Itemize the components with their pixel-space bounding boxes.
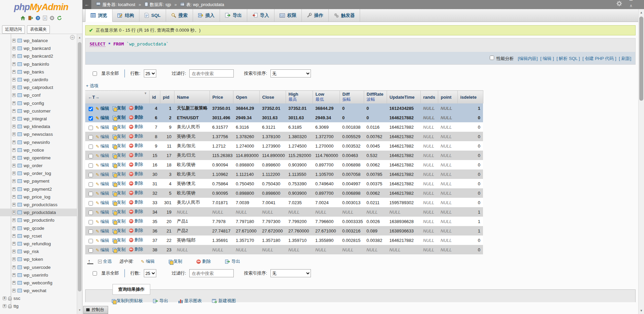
row-checkbox[interactable] — [89, 163, 93, 168]
main-scroll-thumb[interactable] — [639, 17, 643, 101]
display-chart-link[interactable]: 显示图表 — [178, 298, 202, 304]
hide-navigation-arrow[interactable]: ← — [83, 0, 91, 9]
tree-table-wp_usercode[interactable]: wp_usercode — [0, 263, 77, 271]
row-delete-link[interactable]: 删除 — [129, 105, 143, 111]
tree-table-wp_qcode[interactable]: wp_qcode — [0, 224, 77, 232]
row-checkbox[interactable] — [89, 248, 93, 253]
scroll-up-icon[interactable]: ▲ — [639, 10, 644, 15]
row-delete-link[interactable]: 删除 — [129, 143, 143, 149]
tree-table-wp_bankcard2[interactable]: wp_bankcard2 — [0, 52, 77, 60]
row-checkbox[interactable] — [89, 154, 93, 158]
tree-table-wp_opentime[interactable]: wp_opentime — [0, 154, 77, 162]
expand-plus-icon[interactable] — [12, 109, 16, 113]
row-copy-link[interactable]: 复制 — [112, 124, 126, 130]
row-delete-link[interactable]: 删除 — [129, 114, 143, 120]
expand-plus-icon[interactable] — [12, 156, 16, 160]
row-checkbox[interactable] — [89, 173, 93, 177]
home-icon[interactable] — [20, 15, 26, 21]
expand-plus-icon[interactable] — [12, 218, 16, 222]
expand-plus-icon[interactable] — [12, 226, 16, 230]
tab-import[interactable]: 导入 — [247, 9, 275, 22]
row-delete-link[interactable]: 删除 — [129, 171, 143, 177]
tree-table-wp_newsclass[interactable]: wp_newsclass — [0, 130, 77, 138]
row-edit-link[interactable]: ✎编辑 — [96, 171, 109, 178]
refresh-link[interactable]: [ 刷新] — [619, 56, 631, 61]
row-delete-link[interactable]: 删除 — [129, 246, 143, 252]
expand-plus-icon[interactable] — [12, 250, 16, 253]
row-copy-link[interactable]: 复制 — [112, 181, 126, 187]
expand-plus-icon[interactable] — [12, 171, 16, 175]
tree-table-wp_customer[interactable]: wp_customer — [0, 107, 77, 115]
expand-plus-icon[interactable] — [3, 296, 6, 300]
tree-table-wp_webconfig[interactable]: wp_webconfig — [0, 279, 77, 287]
col-header-point[interactable]: point — [438, 91, 457, 104]
scroll-down-icon[interactable]: ▼ — [639, 308, 644, 313]
row-copy-link[interactable]: 复制 — [112, 171, 126, 177]
row-copy-link[interactable]: 复制 — [112, 190, 126, 196]
row-copy-link[interactable]: 复制 — [112, 247, 126, 253]
column-options-header[interactable]: ←T→▼ — [85, 91, 149, 104]
favorite-tables-button[interactable]: 表收藏夹 — [27, 25, 50, 34]
row-checkbox[interactable] — [89, 220, 93, 224]
sidebar-scrollbar[interactable]: ▲ ▼ — [77, 34, 82, 314]
bulk-edit-link[interactable]: ✎编辑 — [141, 258, 155, 264]
row-delete-link[interactable]: 删除 — [129, 190, 143, 196]
tree-table-wp_notice[interactable]: wp_notice — [0, 146, 77, 154]
row-delete-link[interactable]: 删除 — [129, 180, 143, 186]
row-delete-link[interactable]: 删除 — [129, 161, 143, 167]
col-header-diffrate[interactable]: DiffRate波幅 — [364, 91, 387, 104]
sort-arrow-icon[interactable]: ▼ — [144, 92, 147, 95]
tree-table-wp_rcset[interactable]: wp_rcset — [0, 232, 77, 240]
tree-table-wp_payment2[interactable]: wp_payment2 — [0, 185, 77, 193]
row-checkbox[interactable] — [89, 182, 93, 187]
tree-table-wp_price_log[interactable]: wp_price_log — [0, 193, 77, 201]
row-checkbox[interactable] — [89, 126, 93, 130]
row-checkbox[interactable] — [89, 116, 93, 121]
bulk-export-link[interactable]: 导出 — [225, 258, 240, 264]
check-all-link[interactable]: 全选 — [98, 258, 112, 264]
tree-table-wp_config[interactable]: wp_config — [0, 99, 77, 107]
tree-table-wp_order[interactable]: wp_order — [0, 162, 77, 169]
tree-table-wp_cardinfo[interactable]: wp_cardinfo — [0, 76, 77, 84]
expand-plus-icon[interactable] — [12, 179, 16, 183]
tab-triggers[interactable]: 触发器 — [329, 9, 360, 22]
tree-table-wp_token[interactable]: wp_token — [0, 255, 77, 263]
expand-plus-icon[interactable] — [12, 93, 16, 97]
expand-plus-icon[interactable] — [12, 273, 16, 277]
tree-table-wp_banks[interactable]: wp_banks — [0, 68, 77, 76]
tree-table-wp_wechat[interactable]: wp_wechat — [0, 287, 77, 294]
tree-table-wp_newsinfo[interactable]: wp_newsinfo — [0, 138, 77, 146]
breadcrumb-table[interactable]: 表: wp_productdata — [186, 2, 224, 8]
row-edit-link[interactable]: ✎编辑 — [96, 143, 109, 149]
expand-plus-icon[interactable] — [12, 234, 16, 238]
expand-plus-icon[interactable] — [3, 304, 6, 308]
row-edit-link[interactable]: ✎编辑 — [96, 228, 109, 234]
explain-sql-link[interactable]: [ 解析 SQL ] — [556, 56, 580, 61]
profiling-checkbox[interactable] — [490, 56, 494, 60]
expand-plus-icon[interactable] — [12, 195, 16, 199]
page-settings-gear-icon[interactable] — [616, 1, 622, 7]
expand-plus-icon[interactable] — [12, 187, 16, 191]
tab-sql[interactable]: SQL — [139, 9, 166, 22]
tree-table-wp_userinfo[interactable]: wp_userinfo — [0, 271, 77, 279]
row-edit-link[interactable]: ✎编辑 — [96, 247, 109, 253]
expand-plus-icon[interactable] — [12, 148, 16, 152]
tree-table-wp_order_log[interactable]: wp_order_log — [0, 169, 77, 177]
expand-plus-icon[interactable] — [12, 54, 16, 58]
expand-plus-icon[interactable] — [12, 164, 16, 167]
row-copy-link[interactable]: 复制 — [112, 218, 126, 224]
row-copy-link[interactable]: 复制 — [112, 152, 126, 158]
options-toggle-link[interactable]: + 选项 — [86, 83, 98, 89]
row-delete-link[interactable]: 删除 — [129, 199, 143, 205]
row-edit-link[interactable]: ✎编辑 — [96, 153, 109, 159]
expand-plus-icon[interactable] — [12, 39, 16, 42]
row-edit-link[interactable]: ✎编辑 — [96, 134, 109, 140]
tab-operations[interactable]: 操作 — [302, 9, 329, 22]
tree-database-ssc[interactable]: ssc — [0, 294, 77, 302]
row-copy-link[interactable]: 复制 — [112, 228, 126, 234]
row-edit-link[interactable]: ✎编辑 — [96, 190, 109, 196]
row-edit-link[interactable]: ✎编辑 — [96, 181, 109, 187]
settings-gear-icon[interactable] — [50, 15, 55, 21]
tree-database-ttg[interactable]: ttg — [0, 302, 77, 310]
phpmyadmin-logo[interactable]: phpMyAdmin — [0, 0, 82, 12]
